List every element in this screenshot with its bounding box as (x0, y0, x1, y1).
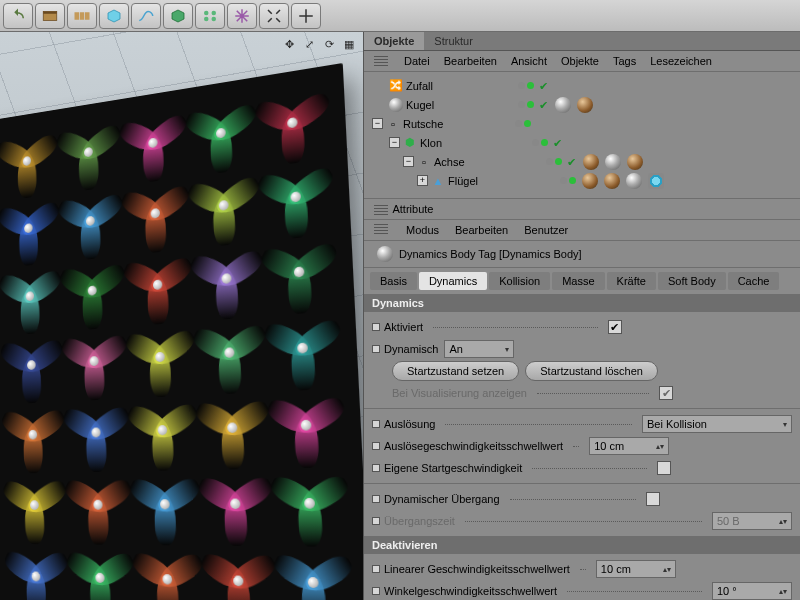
nav-move-icon[interactable]: ✥ (281, 36, 297, 52)
array-icon[interactable] (195, 3, 225, 29)
vis-check-icon[interactable]: ✔ (537, 80, 549, 92)
button-startzustand-loeschen[interactable]: Startzustand löschen (525, 361, 658, 381)
burst-icon[interactable] (227, 3, 257, 29)
vis-check-icon[interactable]: ✔ (565, 156, 577, 168)
tab-kollision[interactable]: Kollision (489, 272, 550, 290)
vis-check-icon[interactable]: ✔ (537, 99, 549, 111)
tree-row-kugel[interactable]: Kugel ✔ (372, 95, 794, 114)
tree-row-rutsche[interactable]: − ▫ Rutsche (372, 114, 794, 133)
tab-masse[interactable]: Masse (552, 272, 604, 290)
viewport-3d[interactable]: ✥ ⤢ ⟳ ▦ (0, 32, 364, 600)
checkbox-visualisierung[interactable]: ✔ (659, 386, 673, 400)
spinner-object (258, 84, 328, 161)
spinner-object (126, 249, 190, 320)
collapse-icon[interactable]: − (372, 118, 383, 129)
spinner-object (274, 466, 347, 539)
menu-ansicht[interactable]: Ansicht (511, 55, 547, 67)
svg-point-5 (204, 10, 209, 15)
section-deaktivieren: Deaktivieren (364, 536, 800, 554)
film-icon[interactable] (35, 3, 65, 29)
spinner-object (133, 469, 198, 538)
tab-dynamics[interactable]: Dynamics (419, 272, 487, 290)
tag-icon[interactable] (582, 173, 598, 189)
tab-objekte[interactable]: Objekte (364, 32, 424, 50)
dropdown-dynamisch[interactable]: An▾ (444, 340, 514, 358)
menu-datei[interactable]: Datei (404, 55, 430, 67)
sphere-icon (389, 98, 403, 112)
expand-icon[interactable] (259, 3, 289, 29)
cube-group-icon[interactable] (163, 3, 193, 29)
nav-rotate-icon[interactable]: ⟳ (321, 36, 337, 52)
dropdown-ausloesung[interactable]: Bei Kollision▾ (642, 415, 792, 433)
label-wink-schwell: Winkelgeschwindigkeitsschwellwert (384, 585, 557, 597)
svg-rect-3 (80, 12, 85, 20)
button-startzustand-setzen[interactable]: Startzustand setzen (392, 361, 519, 381)
collapse-icon[interactable]: − (403, 156, 414, 167)
drag-handle-icon (374, 205, 388, 215)
top-toolbar (0, 0, 800, 32)
menu-bearbeiten[interactable]: Bearbeiten (455, 224, 508, 236)
tab-basis[interactable]: Basis (370, 272, 417, 290)
label-lin-schwell: Linearer Geschwindigkeitsschwellwert (384, 563, 570, 575)
phong-tag-icon[interactable] (648, 173, 664, 189)
svg-rect-4 (85, 12, 90, 20)
nav-zoom-icon[interactable]: ⤢ (301, 36, 317, 52)
nav-grid-icon[interactable]: ▦ (341, 36, 357, 52)
tree-label: Rutsche (403, 118, 508, 130)
spinner-object (59, 117, 118, 188)
polygon-icon: ▲ (431, 174, 445, 188)
move-icon[interactable] (291, 3, 321, 29)
undo-icon[interactable] (3, 3, 33, 29)
tab-cache[interactable]: Cache (728, 272, 780, 290)
dynamics-tag-icon[interactable] (583, 154, 599, 170)
menu-bearbeiten[interactable]: Bearbeiten (444, 55, 497, 67)
dynamics-body-icon (377, 246, 393, 262)
input-uebergangszeit[interactable]: 50 B▴▾ (712, 512, 792, 530)
tree-row-fluegel[interactable]: + ▲ Flügel (372, 171, 794, 190)
spline-icon[interactable] (131, 3, 161, 29)
collapse-icon[interactable]: − (389, 137, 400, 148)
frames-icon[interactable] (67, 3, 97, 29)
tree-row-zufall[interactable]: 🔀 Zufall ✔ (372, 76, 794, 95)
tag-title: Dynamics Body Tag [Dynamics Body] (399, 248, 582, 260)
checkbox-dyn-uebergang[interactable] (646, 492, 660, 506)
tree-row-klon[interactable]: − ⬢ Klon ✔ (372, 133, 794, 152)
material-tag-icon[interactable] (626, 173, 642, 189)
tree-row-achse[interactable]: − ▫ Achse ✔ (372, 152, 794, 171)
material-tag-icon[interactable] (555, 97, 571, 113)
checkbox-eigene-start[interactable] (657, 461, 671, 475)
label-aktiviert: Aktiviert (384, 321, 423, 333)
spinner-object (188, 96, 254, 171)
menu-tags[interactable]: Tags (613, 55, 636, 67)
tab-softbody[interactable]: Soft Body (658, 272, 726, 290)
random-icon: 🔀 (389, 79, 403, 93)
label-dynamisch: Dynamisch (384, 343, 438, 355)
input-lin-schwell[interactable]: 10 cm▴▾ (596, 560, 676, 578)
menu-objekte[interactable]: Objekte (561, 55, 599, 67)
expand-icon[interactable]: + (417, 175, 428, 186)
input-ausl-schwell[interactable]: 10 cm▴▾ (589, 437, 669, 455)
section-dynamics: Dynamics (364, 294, 800, 312)
tab-struktur[interactable]: Struktur (424, 32, 483, 50)
dynamics-tag-icon[interactable] (627, 154, 643, 170)
spinner-object (0, 127, 55, 196)
menu-benutzer[interactable]: Benutzer (524, 224, 568, 236)
vis-check-icon[interactable]: ✔ (551, 137, 563, 149)
spinner-object (135, 544, 201, 600)
menu-lesezeichen[interactable]: Lesezeichen (650, 55, 712, 67)
tab-kraefte[interactable]: Kräfte (607, 272, 656, 290)
drag-handle-icon (374, 56, 388, 66)
input-wink-schwell[interactable]: 10 °▴▾ (712, 582, 792, 600)
spinner-object (261, 159, 332, 235)
spinner-object (66, 398, 127, 466)
attribute-title: Attribute (392, 203, 433, 215)
spinner-object (124, 177, 187, 249)
menu-modus[interactable]: Modus (406, 224, 439, 236)
label-uebergangszeit: Übergangszeit (384, 515, 455, 527)
cube-icon[interactable] (99, 3, 129, 29)
tag-icon[interactable] (604, 173, 620, 189)
spinner-object (6, 472, 64, 538)
material-tag-icon[interactable] (605, 154, 621, 170)
checkbox-aktiviert[interactable]: ✔ (608, 320, 622, 334)
dynamics-tag-icon[interactable] (577, 97, 593, 113)
